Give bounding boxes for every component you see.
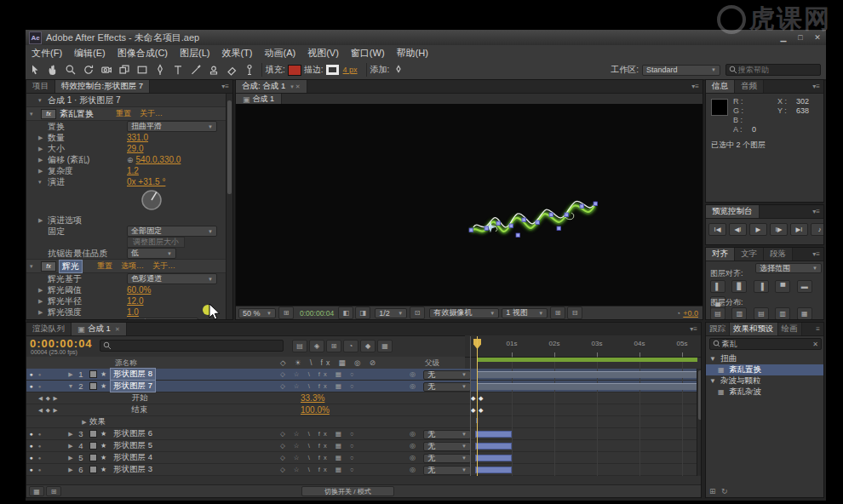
parent-dropdown[interactable]: 无▼ — [423, 382, 471, 392]
selection-tool-icon[interactable] — [26, 62, 43, 77]
type-tool-icon[interactable] — [169, 62, 186, 77]
end-value[interactable]: 100.0% — [301, 405, 330, 415]
distribute-left-button[interactable]: ▥ — [775, 307, 790, 320]
frame-blending-icon[interactable]: ◔ — [343, 340, 358, 352]
parent-dropdown[interactable]: 无▼ — [423, 442, 471, 451]
panel-menu-icon[interactable]: ▾≡ — [688, 80, 702, 93]
expander-icon[interactable]: ▶ — [38, 287, 48, 294]
parent-dropdown[interactable]: 无▼ — [423, 370, 471, 380]
crosshair-icon[interactable]: ⊕ — [127, 156, 134, 164]
collapse-icon[interactable]: ▾ — [30, 111, 39, 117]
titlebar[interactable]: Ae Adobe After Effects - 未命名项目.aep ▁ □ ✕ — [26, 30, 826, 46]
tab-info[interactable]: 信息 — [706, 80, 735, 93]
graph-editor-icon[interactable]: ▦ — [377, 340, 393, 352]
hand-tool-icon[interactable] — [44, 62, 61, 77]
effect-header-turbulent-displace[interactable]: ▾ fx 紊乱置换 重置 关于… — [26, 106, 232, 121]
help-search[interactable] — [725, 64, 821, 76]
effect-toggle-icon[interactable]: ◎ — [410, 382, 416, 390]
layer-duration-bar[interactable] — [477, 383, 697, 390]
expand-graph-icon[interactable]: ⊞ — [46, 486, 61, 496]
pinning-dropdown[interactable]: 全部固定▼ — [127, 226, 217, 237]
visibility-toggle-icon[interactable]: ● — [26, 431, 36, 437]
reset-link[interactable]: 重置 — [97, 261, 112, 272]
resolution-dropdown[interactable]: 1/2▼ — [375, 308, 407, 318]
parent-dropdown[interactable]: 无▼ — [423, 466, 471, 475]
playhead-line[interactable] — [477, 336, 478, 476]
presets-search[interactable]: ✕ — [709, 338, 822, 350]
expander-icon[interactable]: ✱ — [38, 320, 48, 321]
puppet-pin-tool-icon[interactable] — [241, 62, 258, 77]
antialias-dropdown[interactable]: 低▼ — [127, 248, 176, 259]
offset-value[interactable]: 540.0,330.0 — [136, 155, 181, 164]
layer-name[interactable]: 形状图层 3 — [111, 464, 155, 475]
fx-badge-icon[interactable]: fx — [41, 109, 56, 119]
expander-icon[interactable]: ▶ — [38, 217, 48, 224]
reset-link[interactable]: 重置 — [116, 108, 131, 119]
tab-composition[interactable]: 合成: 合成 1▾ ✕ — [236, 80, 307, 93]
panel-menu-icon[interactable]: ▾≡ — [686, 323, 701, 335]
audio-toggle-icon[interactable]: ● — [36, 455, 43, 461]
clear-search-icon[interactable]: ✕ — [812, 341, 818, 348]
effect-toggle-icon[interactable]: ◎ — [410, 466, 416, 473]
tab-character[interactable]: 文字 — [735, 248, 764, 261]
expander-icon[interactable]: ▶ — [38, 135, 48, 141]
glow-radius-value[interactable]: 12.0 — [127, 296, 143, 306]
parent-dropdown[interactable]: 无▼ — [423, 454, 471, 463]
show-snapshot-icon[interactable]: ◨ — [355, 306, 370, 319]
layer-name[interactable]: 形状图层 7 — [111, 381, 155, 392]
scrollbar-thumb[interactable] — [227, 100, 232, 194]
amount-value[interactable]: 331.0 — [127, 133, 148, 142]
tab-audio[interactable]: 音频 — [735, 80, 764, 93]
label-color-chip[interactable] — [89, 454, 97, 461]
time-ruler[interactable]: 01s 02s 03s 04s 05s — [465, 335, 702, 358]
tab-project[interactable]: 项目 — [26, 80, 55, 93]
layer-expander-icon[interactable]: ▶ — [66, 455, 76, 461]
help-search-input[interactable] — [737, 65, 817, 75]
audio-toggle-icon[interactable]: ♪ — [811, 223, 824, 236]
label-color-chip[interactable] — [89, 370, 97, 378]
expander-icon[interactable]: ▶ — [38, 298, 48, 305]
zoom-dropdown[interactable]: 50 %▼ — [238, 308, 276, 318]
label-color-chip[interactable] — [89, 442, 97, 450]
visibility-toggle-icon[interactable]: ● — [26, 383, 36, 389]
expander-icon[interactable]: ▶ — [38, 146, 48, 152]
size-value[interactable]: 29.0 — [127, 144, 143, 153]
align-center-vertical-button[interactable]: ▬ — [797, 280, 812, 293]
visibility-toggle-icon[interactable]: ● — [26, 371, 36, 377]
zoom-tool-icon[interactable] — [62, 62, 79, 77]
tab-render-queue[interactable]: 渲染队列 — [26, 323, 72, 335]
tab-close-icon[interactable]: ✕ — [115, 326, 120, 333]
menu-animation[interactable]: 动画(A) — [259, 47, 302, 60]
expander-icon[interactable]: ▶ — [38, 157, 48, 163]
menu-layer[interactable]: 图层(L) — [174, 47, 215, 60]
keyframe-navigator[interactable]: ◀ ◆ ▶ — [38, 407, 59, 414]
safe-areas-icon[interactable]: ⊞ — [278, 306, 294, 319]
menu-effect[interactable]: 效果(T) — [215, 47, 258, 60]
brush-tool-icon[interactable] — [187, 62, 204, 77]
evolution-dial[interactable] — [139, 187, 164, 215]
menu-file[interactable]: 文件(F) — [26, 47, 68, 60]
presets-search-input[interactable] — [720, 339, 812, 349]
effect-name[interactable]: 紊乱置换 — [60, 108, 94, 120]
displacement-dropdown[interactable]: 扭曲平滑▼ — [127, 121, 217, 132]
label-color-chip[interactable] — [89, 430, 97, 438]
pan-behind-tool-icon[interactable] — [116, 62, 133, 77]
camera-tool-icon[interactable] — [98, 62, 115, 77]
layer-duration-bar[interactable] — [475, 443, 512, 450]
layer-switches[interactable]: ◇ ☆ \ fx ▦ ○ — [280, 442, 406, 450]
first-frame-button[interactable]: I◀ — [708, 223, 726, 236]
group-expander-icon[interactable]: ▶ — [79, 419, 89, 426]
effect-toggle-icon[interactable]: ◎ — [410, 370, 416, 378]
current-timecode[interactable]: 0:00:00:04 — [30, 337, 93, 350]
timeline-scrollbar[interactable] — [697, 369, 702, 476]
column-source-name[interactable]: 源名称 — [115, 358, 137, 369]
layer-switches[interactable]: ◇ ☆ \ fx ▦ ○ — [280, 454, 406, 461]
audio-toggle-icon[interactable]: ● — [36, 444, 43, 449]
distribute-bottom-button[interactable]: ▤ — [754, 307, 769, 320]
panel-menu-icon[interactable]: ▾≡ — [809, 205, 823, 218]
menu-window[interactable]: 窗口(W) — [345, 47, 391, 60]
align-center-horizontal-button[interactable]: ▊ — [731, 280, 747, 293]
work-area-bar[interactable] — [477, 358, 697, 362]
region-of-interest-icon[interactable]: ⊡ — [410, 306, 425, 319]
expander-icon[interactable]: ▶ — [38, 168, 48, 175]
